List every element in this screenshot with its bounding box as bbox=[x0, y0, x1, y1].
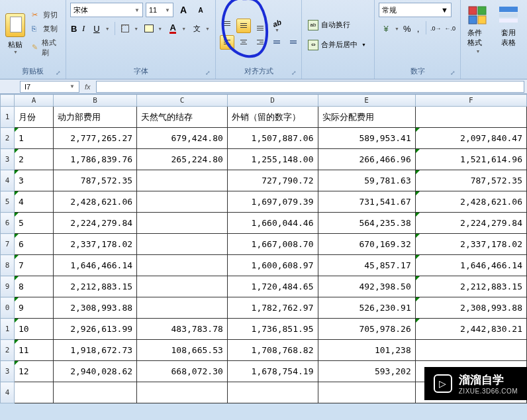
cell[interactable]: 2,097,840.47 bbox=[415, 128, 526, 149]
align-top-button[interactable] bbox=[220, 19, 234, 33]
row-header[interactable]: 4 bbox=[1, 170, 15, 191]
cell[interactable]: 1 bbox=[15, 128, 54, 149]
row-header[interactable]: 6 bbox=[1, 213, 15, 234]
cell[interactable]: 3 bbox=[15, 170, 54, 191]
cell[interactable]: 1,786,839.76 bbox=[53, 149, 136, 170]
cell[interactable] bbox=[137, 382, 228, 403]
row-header[interactable]: 1 bbox=[1, 107, 15, 128]
row-header[interactable]: 3 bbox=[1, 149, 15, 170]
paste-button[interactable]: 粘贴 ▼ bbox=[4, 3, 27, 65]
cell[interactable]: 天然气的结存 bbox=[137, 107, 228, 128]
cell[interactable]: 7 bbox=[15, 255, 54, 276]
cell[interactable]: 1,736,851.95 bbox=[227, 319, 318, 340]
cell[interactable]: 月份 bbox=[15, 107, 54, 128]
cell[interactable]: 8 bbox=[15, 276, 54, 297]
cell[interactable]: 2 bbox=[15, 149, 54, 170]
cell[interactable] bbox=[227, 382, 318, 403]
cell[interactable]: 731,541.67 bbox=[318, 191, 415, 213]
cell[interactable] bbox=[415, 107, 526, 128]
cell[interactable]: 492,398.50 bbox=[318, 276, 415, 297]
accounting-format-button[interactable]: ¥▼ bbox=[379, 21, 401, 36]
align-right-button[interactable] bbox=[253, 35, 267, 50]
increase-indent-button[interactable] bbox=[286, 35, 301, 50]
cell[interactable]: 2,308,993.88 bbox=[53, 297, 136, 319]
cell[interactable]: 670,169.32 bbox=[318, 234, 415, 255]
align-middle-button[interactable] bbox=[236, 19, 251, 33]
cell[interactable]: 45,857.17 bbox=[318, 255, 415, 276]
cell[interactable] bbox=[15, 382, 54, 403]
cell[interactable]: 1,646,466.14 bbox=[415, 255, 526, 276]
cell[interactable]: 705,978.26 bbox=[318, 319, 415, 340]
cell[interactable]: 1,667,008.70 bbox=[227, 234, 318, 255]
cell[interactable]: 2,428,621.06 bbox=[415, 191, 526, 213]
formula-bar[interactable] bbox=[96, 81, 524, 93]
phonetic-button[interactable]: 文▼ bbox=[189, 21, 211, 36]
cell[interactable]: 9 bbox=[15, 297, 54, 319]
cell[interactable]: 2,940,028.62 bbox=[53, 361, 136, 382]
column-header[interactable]: D bbox=[227, 95, 318, 107]
row-header[interactable]: 8 bbox=[1, 255, 15, 276]
border-button[interactable]: ▼ bbox=[118, 21, 140, 36]
merge-center-button[interactable]: ⇔ 合并后居中 ▼ bbox=[306, 38, 370, 52]
row-header[interactable]: 0 bbox=[1, 297, 15, 319]
cell[interactable]: 1,720,484.65 bbox=[227, 276, 318, 297]
increase-decimal-button[interactable]: .0→ bbox=[430, 21, 442, 36]
row-header[interactable]: 4 bbox=[1, 382, 15, 403]
row-header[interactable]: 2 bbox=[1, 128, 15, 149]
row-header[interactable]: 1 bbox=[1, 319, 15, 340]
cell[interactable]: 564,235.38 bbox=[318, 213, 415, 234]
row-header[interactable]: 5 bbox=[1, 191, 15, 213]
cell[interactable]: 668,072.30 bbox=[137, 361, 228, 382]
cell[interactable]: 108,665.53 bbox=[137, 340, 228, 361]
cell[interactable]: 787,572.35 bbox=[415, 170, 526, 191]
select-all-corner[interactable] bbox=[1, 95, 15, 107]
dialog-launcher[interactable]: ⤢ bbox=[205, 70, 213, 78]
font-name-combo[interactable]: 宋体▼ bbox=[70, 3, 143, 17]
cell[interactable]: 2,212,883.15 bbox=[415, 276, 526, 297]
grow-font-button[interactable]: A bbox=[176, 3, 191, 17]
fx-icon[interactable]: fx bbox=[79, 83, 96, 91]
column-header[interactable]: E bbox=[318, 95, 415, 107]
cell[interactable] bbox=[137, 213, 228, 234]
cell[interactable]: 2,926,613.99 bbox=[53, 319, 136, 340]
cell[interactable]: 593,202 bbox=[318, 361, 415, 382]
font-color-button[interactable]: A▼ bbox=[166, 21, 187, 36]
cell[interactable]: 1,646,466.14 bbox=[53, 255, 136, 276]
underline-button[interactable]: U▼ bbox=[89, 21, 111, 36]
number-format-combo[interactable]: 常规▼ bbox=[379, 3, 452, 17]
row-header[interactable]: 3 bbox=[1, 361, 15, 382]
column-header[interactable]: F bbox=[415, 95, 526, 107]
cell[interactable]: 59,781.63 bbox=[318, 170, 415, 191]
decrease-decimal-button[interactable]: ←.0 bbox=[444, 21, 456, 36]
cell[interactable] bbox=[137, 191, 228, 213]
cell[interactable] bbox=[137, 234, 228, 255]
percent-button[interactable]: % bbox=[403, 21, 412, 36]
cell[interactable] bbox=[137, 170, 228, 191]
cell[interactable]: 1,782,762.97 bbox=[227, 297, 318, 319]
cell[interactable]: 10 bbox=[15, 319, 54, 340]
font-size-combo[interactable]: 11▼ bbox=[146, 3, 173, 17]
fill-color-button[interactable]: ▼ bbox=[142, 21, 164, 36]
cut-button[interactable]: ✂ 剪切 bbox=[30, 9, 62, 21]
cell[interactable]: 2,308,993.88 bbox=[415, 297, 526, 319]
cell[interactable]: 727,790.72 bbox=[227, 170, 318, 191]
align-bottom-button[interactable] bbox=[253, 19, 267, 33]
dialog-launcher[interactable]: ⤢ bbox=[56, 70, 64, 78]
cell[interactable]: 1,600,608.97 bbox=[227, 255, 318, 276]
column-header[interactable]: A bbox=[15, 95, 54, 107]
cell[interactable]: 外销（留的数字） bbox=[227, 107, 318, 128]
copy-button[interactable]: ⎘ 复制 bbox=[30, 23, 62, 34]
dialog-launcher[interactable]: ⤢ bbox=[450, 70, 458, 78]
italic-button[interactable]: I bbox=[79, 21, 87, 36]
conditional-format-button[interactable]: 条件格式 ▼ bbox=[465, 3, 491, 78]
cell[interactable]: 5 bbox=[15, 213, 54, 234]
cell[interactable]: 265,224.80 bbox=[137, 149, 228, 170]
table-format-button[interactable]: 套用 表格 bbox=[495, 3, 522, 78]
cell[interactable]: 11 bbox=[15, 340, 54, 361]
cell[interactable]: 1,678,754.19 bbox=[227, 361, 318, 382]
shrink-font-button[interactable]: A bbox=[193, 3, 208, 17]
decrease-indent-button[interactable] bbox=[269, 35, 284, 50]
cell[interactable] bbox=[137, 276, 228, 297]
cell[interactable]: 2,224,279.84 bbox=[53, 213, 136, 234]
cell[interactable]: 12 bbox=[15, 361, 54, 382]
